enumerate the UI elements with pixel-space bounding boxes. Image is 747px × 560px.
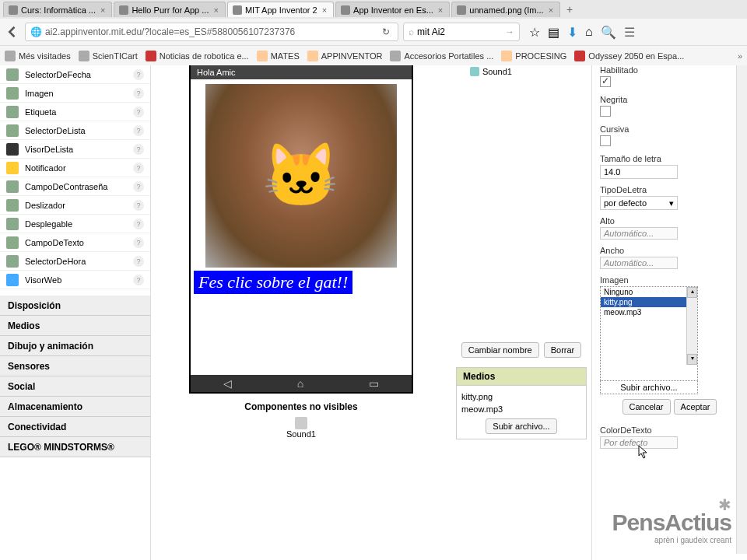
bookmarks-overflow-icon[interactable]: » — [738, 51, 742, 61]
close-icon[interactable]: × — [437, 5, 444, 15]
phone-screen[interactable]: 🐱 Fes clic sobre el gat!! — [191, 79, 412, 375]
palette-item-campodetexte[interactable]: CampoDeTexto? — [0, 233, 150, 252]
search-go-icon[interactable]: → — [505, 26, 514, 37]
help-icon[interactable]: ? — [133, 219, 144, 229]
prop-height-value[interactable]: Automático... — [600, 227, 678, 240]
url-bar[interactable]: 🌐 ai2.appinventor.mit.edu/?locale=es_ES#… — [25, 23, 398, 41]
help-icon[interactable]: ? — [133, 200, 144, 211]
bookmark-1[interactable]: ScienTICart — [79, 51, 138, 61]
scroll-up-icon[interactable]: ▴ — [687, 287, 697, 298]
palette-item-etiqueta[interactable]: Etiqueta? — [0, 103, 150, 121]
palette-cat-dibujo[interactable]: Dibujo y animación — [0, 336, 150, 356]
palette-item-deslizador[interactable]: Deslizador? — [0, 196, 150, 215]
browser-tab-2[interactable]: MIT App Inventor 2× — [227, 2, 334, 17]
prop-width-value[interactable]: Automático... — [600, 257, 678, 269]
palette-item-label: Imagen — [25, 89, 54, 98]
component-icon — [6, 199, 19, 212]
palette-cat-sensores[interactable]: Sensores — [0, 356, 150, 376]
asset-ok-button[interactable]: Aceptar — [674, 399, 717, 415]
bookmark-3[interactable]: MATES — [257, 51, 300, 61]
caption-label[interactable]: Fes clic sobre el gat!! — [194, 271, 352, 294]
bookmark-6[interactable]: PROCESING — [501, 51, 566, 61]
palette-item-campodecontrasena[interactable]: CampoDeContraseña? — [0, 177, 150, 196]
prop-fontsize-input[interactable] — [600, 165, 678, 179]
category-label: Social — [8, 381, 35, 392]
tab-label: MIT App Inventor 2 — [245, 5, 317, 15]
android-nav-bar: ◁ ⌂ ▭ — [191, 375, 412, 392]
palette-item-selectordefecha[interactable]: SelectorDeFecha? — [0, 65, 150, 84]
delete-button[interactable]: Borrar — [544, 342, 582, 358]
upload-media-button[interactable]: Subir archivo... — [486, 418, 556, 434]
url-text: ai2.appinventor.mit.edu/?locale=es_ES#58… — [45, 26, 376, 37]
palette-cat-disposicion[interactable]: Disposición — [0, 296, 150, 316]
palette-item-visorweb[interactable]: VisorWeb? — [0, 271, 150, 289]
search-bar[interactable]: ⌕ mit Ai2 → — [403, 23, 520, 41]
help-icon[interactable]: ? — [133, 144, 144, 155]
help-icon[interactable]: ? — [133, 256, 144, 267]
prop-italic-checkbox[interactable] — [600, 135, 611, 146]
palette-cat-lego[interactable]: LEGO® MINDSTORMS® — [0, 437, 150, 457]
asset-list[interactable]: Ninguno kitty.png meow.mp3 — [601, 287, 697, 380]
new-tab-button[interactable]: + — [562, 3, 577, 16]
asset-cancel-button[interactable]: Cancelar — [622, 399, 671, 415]
palette-cat-conectividad[interactable]: Conectividad — [0, 417, 150, 437]
close-icon[interactable]: × — [99, 5, 107, 15]
back-button[interactable] — [5, 24, 20, 40]
browser-tab-1[interactable]: Hello Purr for App ...× — [114, 2, 225, 17]
category-label: Sensores — [8, 361, 50, 372]
reader-icon[interactable]: ▤ — [548, 25, 559, 40]
help-icon[interactable]: ? — [133, 69, 144, 80]
prop-typeface-select[interactable]: por defecto▾ — [600, 196, 678, 210]
rename-button[interactable]: Cambiar nombre — [461, 342, 539, 358]
search-icon[interactable]: 🔍 — [601, 25, 616, 40]
help-icon[interactable]: ? — [133, 88, 144, 99]
prop-textcolor-value[interactable]: Por defecto — [600, 436, 678, 449]
close-icon[interactable]: × — [212, 5, 219, 15]
component-tree-sound1[interactable]: Sound1 — [456, 65, 587, 78]
palette-cat-almacenamiento[interactable]: Almacenamiento — [0, 397, 150, 417]
asset-upload-button[interactable]: Subir archivo... — [620, 383, 677, 392]
help-icon[interactable]: ? — [133, 107, 144, 117]
close-icon[interactable]: × — [321, 5, 328, 15]
browser-tab-4[interactable]: unnamed.png (Im...× — [451, 2, 560, 17]
asset-option-none[interactable]: Ninguno — [601, 287, 697, 297]
bookmark-0[interactable]: Més visitades — [5, 51, 71, 61]
prop-enabled-checkbox[interactable] — [600, 76, 611, 87]
bookmark-2[interactable]: Noticias de robotica e... — [146, 51, 249, 61]
asset-scrollbar[interactable]: ▴ ▾ — [686, 287, 697, 365]
asset-option-meow[interactable]: meow.mp3 — [601, 307, 697, 317]
close-icon[interactable]: × — [547, 5, 555, 15]
help-icon[interactable]: ? — [133, 163, 144, 173]
palette-item-notificador[interactable]: Notificador? — [0, 159, 150, 177]
scroll-down-icon[interactable]: ▾ — [687, 354, 697, 365]
home-icon[interactable]: ⌂ — [585, 25, 593, 39]
palette-item-selectordelista[interactable]: SelectorDeLista? — [0, 121, 150, 140]
menu-icon[interactable]: ☰ — [624, 25, 635, 40]
browser-tab-3[interactable]: App Inventor en Es...× — [335, 2, 450, 17]
refresh-icon[interactable]: ↻ — [379, 26, 393, 37]
palette-item-visordelista[interactable]: VisorDeLista? — [0, 140, 150, 159]
star-icon[interactable]: ☆ — [529, 25, 540, 40]
palette-cat-social[interactable]: Social — [0, 376, 150, 397]
media-item-0[interactable]: kitty.png — [461, 390, 581, 403]
help-icon[interactable]: ? — [133, 237, 144, 248]
help-icon[interactable]: ? — [133, 181, 144, 192]
bookmarks-row: Més visitades ScienTICart Noticias de ro… — [0, 45, 747, 65]
bookmark-5[interactable]: Accesorios Portatiles ... — [390, 51, 493, 61]
sound-component[interactable]: Sound1 — [167, 417, 436, 439]
help-icon[interactable]: ? — [133, 125, 144, 136]
cat-image[interactable]: 🐱 — [205, 84, 397, 268]
palette-item-desplegable[interactable]: Desplegable? — [0, 215, 150, 233]
help-icon[interactable]: ? — [133, 275, 144, 285]
download-icon[interactable]: ⬇ — [567, 25, 577, 40]
browser-tab-0[interactable]: Curs: Informàtica ...× — [3, 2, 112, 17]
bookmark-7[interactable]: Odyssey 2050 en Espa... — [574, 51, 684, 61]
palette-item-selectordehora[interactable]: SelectorDeHora? — [0, 252, 150, 271]
prop-bold-checkbox[interactable] — [600, 106, 611, 117]
page-scrollbar[interactable] — [736, 65, 747, 554]
asset-option-kitty[interactable]: kitty.png — [601, 297, 697, 307]
media-item-1[interactable]: meow.mp3 — [461, 403, 581, 415]
palette-item-imagen[interactable]: Imagen? — [0, 84, 150, 103]
palette-cat-medios[interactable]: Medios — [0, 316, 150, 336]
bookmark-4[interactable]: APPINVENTOR — [307, 51, 383, 61]
